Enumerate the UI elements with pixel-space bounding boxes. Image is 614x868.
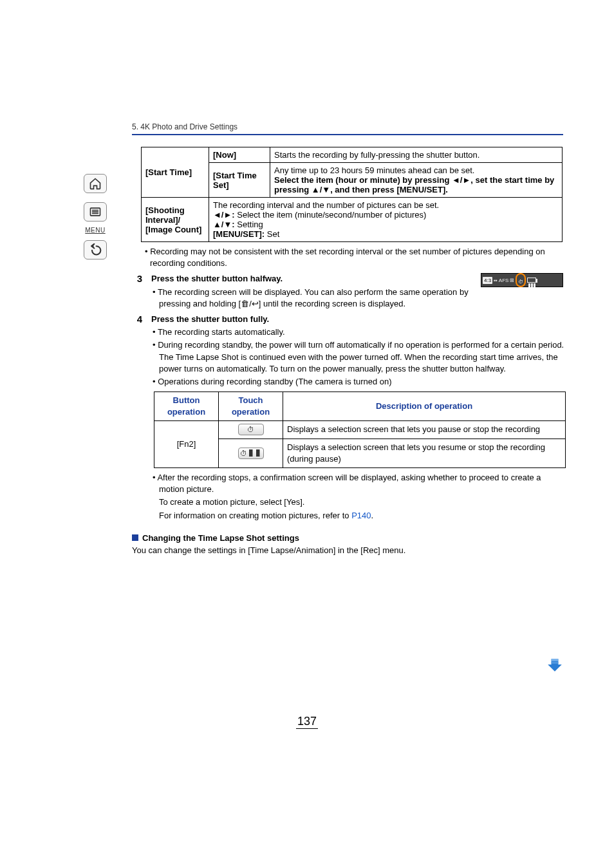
svg-rect-4: [552, 659, 559, 661]
cam-timelapse-highlight: ⏱: [516, 273, 526, 287]
step-3-title: Press the shutter button halfway.: [151, 274, 283, 283]
ops-h1: Button operation: [154, 392, 219, 421]
page-number: 137: [296, 715, 318, 729]
after-ops-3: For information on creating motion pictu…: [151, 510, 566, 522]
subheading-change-settings: Changing the Time Lapse Shot settings: [132, 533, 563, 543]
now-label-cell: [Now]: [209, 147, 270, 163]
ops-h2: Touch operation: [219, 392, 283, 421]
timelapse-icon: ⏱: [518, 279, 523, 285]
interval-label2: [Image Count]: [145, 225, 201, 234]
ops-touch2-cell: ⏱❚❚: [219, 439, 283, 467]
after-ops-3a: For information on creating motion pictu…: [159, 511, 351, 520]
start-time-set-label: [Start Time Set]: [209, 163, 270, 198]
cam-af: AFS: [499, 278, 509, 283]
interval-l2a: ◄/►:: [213, 210, 235, 220]
interval-l1: The recording interval and the number of…: [213, 200, 439, 210]
battery-icon: [527, 278, 536, 283]
after-ops-2: To create a motion picture, select [Yes]…: [151, 496, 566, 508]
interval-label-cell: [Shooting Interval]/ [Image Count]: [142, 198, 209, 242]
step-4-sub1: • The recording starts automatically.: [151, 326, 566, 338]
ops-btn-cell: [Fn2]: [154, 421, 219, 468]
nav-menu-label[interactable]: MENU: [85, 227, 105, 234]
touch-timelapse-icon[interactable]: ⏱: [238, 424, 264, 435]
nav-toc-button[interactable]: [84, 202, 107, 222]
cam-size-icon: ▪▪: [494, 278, 498, 283]
list-icon: [89, 205, 102, 218]
back-arrow-icon: [89, 243, 102, 256]
ops-desc2: Displays a selection screen that lets yo…: [283, 439, 566, 467]
after-ops-1: • After the recording stops, a confirmat…: [151, 472, 566, 495]
interval-label1: [Shooting Interval]/: [145, 205, 185, 225]
home-icon: [89, 177, 102, 190]
nav-back-button[interactable]: [84, 240, 107, 259]
cam-meter-icon: ⊞: [510, 278, 514, 283]
note-after-table: • Recording may not be consistent with t…: [145, 246, 563, 269]
interval-l4a: [MENU/SET]:: [213, 229, 265, 239]
ops-h3: Description of operation: [283, 392, 566, 421]
start-time-cell: [Start Time]: [142, 147, 209, 198]
camera-status-display: 4:3 ▪▪ AFS ⊞ ⏱: [481, 273, 563, 287]
page-content: 5. 4K Photo and Drive Settings [Start Ti…: [132, 122, 563, 555]
now-desc-cell: Starts the recording by fully-pressing t…: [270, 147, 563, 163]
interval-l4b: Set: [265, 229, 279, 239]
step-3: 3 Press the shutter button halfway. • Th…: [132, 273, 563, 310]
ops-desc1: Displays a selection screen that lets yo…: [283, 421, 566, 439]
interval-l2b: Select the item (minute/second/number of…: [235, 210, 427, 220]
step-3-num: 3: [132, 273, 142, 310]
start-time-set-desc: Any time up to 23 hours 59 minutes ahead…: [270, 163, 563, 198]
interval-l3a: ▲/▼:: [213, 220, 235, 229]
interval-desc-cell: The recording interval and the number of…: [209, 198, 563, 242]
sts-line1: Any time up to 23 hours 59 minutes ahead…: [274, 165, 474, 175]
section-heading: 5. 4K Photo and Drive Settings: [132, 122, 563, 131]
settings-table: [Start Time] [Now] Starts the recording …: [141, 147, 563, 242]
step-4-num: 4: [132, 314, 142, 522]
nav-home-button[interactable]: [84, 174, 107, 193]
step-4: 4 Press the shutter button fully. • The …: [132, 314, 563, 522]
step-4-title: Press the shutter button fully.: [151, 314, 269, 324]
touch-timelapse-pause-icon[interactable]: ⏱❚❚: [238, 448, 264, 459]
sts-line2a: Select the item (hour or minute) by pres…: [274, 175, 452, 185]
heading-rule: [132, 134, 563, 135]
cam-ratio: 4:3: [483, 277, 492, 284]
after-ops-3c: .: [371, 511, 374, 520]
step-4-sub2: • During recording standby, the power wi…: [151, 339, 566, 375]
svg-rect-5: [552, 662, 559, 664]
step-4-sub3: • Operations during recording standby (T…: [151, 376, 566, 388]
sub-text: You can change the settings in [Time Lap…: [132, 545, 563, 555]
link-p140[interactable]: P140: [351, 511, 371, 520]
operations-table: Button operation Touch operation Descrip…: [154, 392, 566, 468]
side-nav: MENU: [84, 174, 107, 259]
ops-touch1-cell: ⏱: [219, 421, 283, 439]
step-4-body: Press the shutter button fully. • The re…: [151, 314, 566, 522]
step-3-sub: • The recording screen will be displayed…: [151, 287, 473, 310]
continue-arrow-icon: [546, 657, 563, 677]
interval-l3b: Setting: [235, 220, 263, 229]
